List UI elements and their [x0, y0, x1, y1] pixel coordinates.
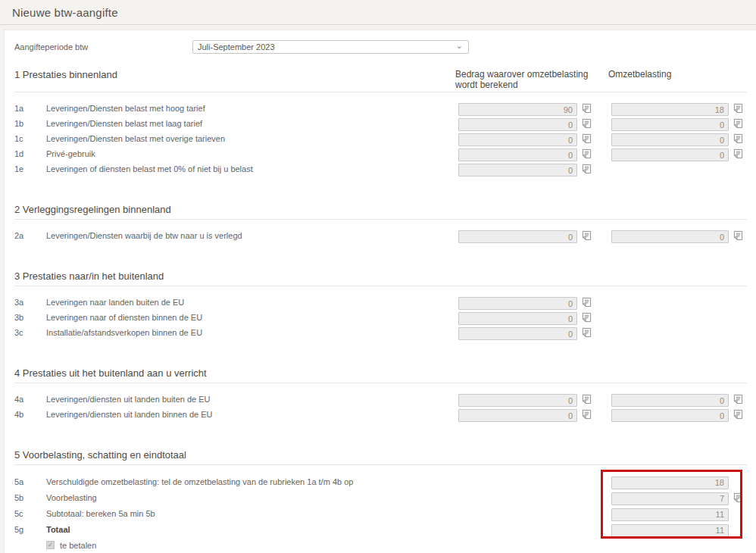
row-code: 1b	[14, 119, 46, 128]
row-code: 2a	[14, 231, 46, 240]
table-row: 1c Leveringen/Diensten belast met overig…	[14, 131, 747, 146]
table-row: 3c Installatie/afstandsverkopen binnen d…	[14, 325, 747, 340]
row-label: Leveringen/Diensten belast met overige t…	[46, 134, 458, 143]
note-icon[interactable]	[582, 297, 592, 308]
column-header-vat: Omzetbelasting	[608, 69, 747, 80]
base-amount-input[interactable]	[458, 133, 577, 146]
note-icon[interactable]	[582, 327, 592, 338]
vat-amount-input[interactable]	[611, 492, 729, 505]
period-select[interactable]: Juli-September 2023 ⌄	[192, 40, 469, 54]
row-label: Leveringen of diensten belast met 0% of …	[46, 164, 458, 173]
section-2-rows: 2a Leveringen/Diensten waarbij de btw na…	[14, 220, 747, 243]
note-icon[interactable]	[733, 394, 743, 405]
vat-amount-input[interactable]	[611, 230, 729, 243]
note-icon[interactable]	[582, 133, 592, 144]
vat-return-form: Aangifteperiode btw Juli-September 2023 …	[4, 30, 756, 553]
section-5-header: 5 Voorbelasting, schatting en eindtotaal	[14, 449, 747, 465]
base-amount-input[interactable]	[458, 394, 577, 407]
section-2-header: 2 Verleggingsregelingen binnenland	[14, 204, 747, 220]
note-icon[interactable]	[582, 164, 592, 174]
note-icon[interactable]	[582, 312, 592, 323]
row-code: 5a	[14, 477, 46, 486]
row-code: 1d	[14, 149, 46, 158]
section-3-rows: 3a Leveringen naar landen buiten de EU 3…	[14, 286, 747, 340]
vat-amount-input[interactable]	[611, 118, 729, 131]
vat-amount-input[interactable]	[611, 394, 729, 407]
section-1-header: 1 Prestaties binnenland Bedrag waarover …	[14, 69, 747, 92]
page-header: Nieuwe btw-aangifte	[0, 0, 756, 25]
row-label: Leveringen naar landen buiten de EU	[46, 298, 458, 307]
note-icon[interactable]	[733, 492, 743, 503]
row-label: Totaal	[46, 525, 458, 534]
chevron-down-icon: ⌄	[456, 41, 463, 51]
period-row: Aangifteperiode btw Juli-September 2023 …	[14, 30, 747, 54]
checkbox-te-betalen[interactable]: ✓	[46, 541, 55, 549]
check-icon: ✓	[48, 542, 54, 548]
note-icon[interactable]	[733, 230, 743, 241]
base-amount-input[interactable]	[458, 230, 577, 243]
checkbox-label: te betalen	[60, 541, 96, 550]
base-amount-input[interactable]	[458, 164, 577, 177]
base-amount-input[interactable]	[458, 409, 577, 422]
row-code: 5g	[14, 525, 46, 534]
section-4-header: 4 Prestaties uit het buitenland aan u ve…	[14, 367, 747, 383]
note-icon[interactable]	[733, 409, 743, 420]
base-amount-input[interactable]	[458, 103, 577, 116]
table-row: 3b Leveringen naar of diensten binnen de…	[14, 310, 747, 325]
vat-amount-input[interactable]	[611, 409, 729, 422]
row-label: Installatie/afstandsverkopen binnen de E…	[46, 328, 458, 337]
note-icon[interactable]	[582, 118, 592, 129]
note-icon[interactable]	[582, 103, 592, 114]
vat-amount-input[interactable]	[611, 148, 729, 161]
table-row: 4a Leveringen/diensten uit landen buiten…	[14, 392, 747, 407]
row-label: Leveringen/diensten uit landen buiten de…	[46, 395, 458, 404]
base-amount-input[interactable]	[458, 327, 577, 340]
section-title: 5 Voorbelasting, schatting en eindtotaal	[14, 449, 747, 461]
base-amount-input[interactable]	[458, 148, 577, 161]
table-row: 5c Subtotaal: bereken 5a min 5b	[14, 505, 747, 521]
vat-amount-input[interactable]	[611, 476, 729, 489]
row-label: Leveringen naar of diensten binnen de EU	[46, 313, 458, 322]
section-4-rows: 4a Leveringen/diensten uit landen buiten…	[14, 383, 747, 422]
section-5-rows: 5a Verschuldigde omzetbelasting: tel de …	[14, 465, 747, 553]
vat-amount-input[interactable]	[611, 103, 729, 116]
row-label: Privé-gebruik	[46, 149, 458, 158]
period-select-value: Juli-September 2023	[198, 42, 275, 52]
table-row: 5b Voorbelasting	[14, 489, 747, 505]
page-title: Nieuwe btw-aangifte	[0, 6, 118, 19]
vat-amount-input[interactable]	[611, 508, 729, 521]
note-icon[interactable]	[733, 148, 743, 159]
row-code: 4a	[14, 395, 46, 404]
row-label: Voorbelasting	[46, 493, 458, 502]
note-icon[interactable]	[582, 394, 592, 405]
note-icon[interactable]	[582, 230, 592, 241]
row-label: Verschuldigde omzetbelasting: tel de omz…	[46, 477, 458, 486]
vat-amount-input[interactable]	[611, 133, 729, 146]
row-label: Leveringen/diensten uit landen binnen de…	[46, 410, 458, 419]
note-icon[interactable]	[582, 148, 592, 159]
checkbox-row: ✓ te betalen	[46, 537, 747, 553]
base-amount-input[interactable]	[458, 297, 577, 310]
row-code: 3c	[14, 328, 46, 337]
row-code: 1e	[14, 164, 46, 173]
table-row: 4b Leveringen/diensten uit landen binnen…	[14, 407, 747, 422]
note-icon[interactable]	[733, 133, 743, 144]
table-row: 5g Totaal	[14, 521, 747, 537]
table-row: 1a Leveringen/Diensten belast met hoog t…	[14, 101, 747, 116]
base-amount-input[interactable]	[458, 118, 577, 131]
vat-amount-input[interactable]	[611, 524, 729, 537]
row-code: 5c	[14, 509, 46, 518]
base-amount-input[interactable]	[458, 312, 577, 325]
note-icon[interactable]	[733, 103, 743, 114]
section-title: 1 Prestaties binnenland	[14, 69, 455, 80]
row-code: 5b	[14, 493, 46, 502]
row-label: Leveringen/Diensten waarbij de btw naar …	[46, 231, 458, 240]
table-row: 1b Leveringen/Diensten belast met laag t…	[14, 116, 747, 131]
section-3-header: 3 Prestaties naar/in het buitenland	[14, 270, 747, 286]
row-code: 3a	[14, 298, 46, 307]
note-icon[interactable]	[733, 118, 743, 129]
table-row: 2a Leveringen/Diensten waarbij de btw na…	[14, 228, 747, 243]
note-icon[interactable]	[582, 409, 592, 420]
table-row: 1e Leveringen of diensten belast met 0% …	[14, 161, 747, 177]
row-code: 4b	[14, 410, 46, 419]
